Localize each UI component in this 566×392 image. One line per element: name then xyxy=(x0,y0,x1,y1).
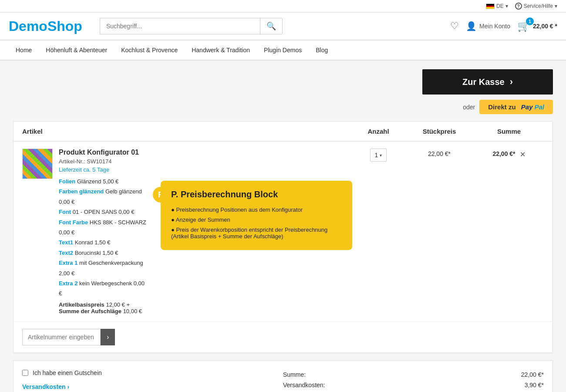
summary-line-summe: Summe: 22,00 €* xyxy=(283,369,544,380)
article-add-button[interactable]: › xyxy=(101,329,115,345)
summe-label: Summe: xyxy=(283,371,306,378)
delivery-time: Lieferzeit ca. 5 Tage xyxy=(59,166,352,173)
cart-item-options: Folien Glänzend 5,00 € Farben glänzend G… xyxy=(59,176,148,299)
lang-chevron-icon: ▾ xyxy=(505,3,508,9)
options-col: Folien Glänzend 5,00 € Farben glänzend G… xyxy=(59,176,148,314)
oder-label: oder xyxy=(463,104,475,111)
help-chevron-icon: ▾ xyxy=(555,3,557,9)
col-anzahl: Anzahl xyxy=(352,128,404,135)
coupon-row: Ich habe einen Gutschein xyxy=(22,369,274,376)
tooltip-container: P P. Preisberechnung Block Preisberechnu… xyxy=(161,181,352,250)
qty-chevron-icon: ▾ xyxy=(380,153,382,158)
summary-left: Ich habe einen Gutschein Versandkosten › xyxy=(22,369,283,392)
paypal-al: Pal xyxy=(534,103,544,111)
cart-item-info: Produkt Konfigurator 01 Artikel-Nr.: SW1… xyxy=(22,149,352,314)
header-actions: ♡ 👤 Mein Konto 🛒 1 22,00 € * xyxy=(450,20,557,32)
help-label: Service/Hilfe xyxy=(524,3,553,9)
versand-label: Versandkosten: xyxy=(283,382,325,389)
cart-add-row: › xyxy=(13,322,553,353)
option-farben: Farben glänzend Gelb glänzend 0,00 € xyxy=(59,186,148,207)
option-font-farbe: Font Farbe HKS 88K - SCHWARZ 0,00 € xyxy=(59,217,148,238)
cart-badge: 1 xyxy=(526,17,534,25)
cart-sum-col: 22,00 €* ✕ xyxy=(474,149,544,159)
option-text1: Text1 Konrad 1,50 € xyxy=(59,237,148,247)
cart-table-header: Artikel Anzahl Stückpreis Summe xyxy=(13,122,553,142)
tooltip-item-2: Anzeige der Summen xyxy=(171,215,342,225)
cart-item-base: Artikelbasispreis 12,00 € + Summe der Au… xyxy=(59,301,148,314)
summary-right: Summe: 22,00 €* Versandkosten: 3,90 €* G… xyxy=(283,369,544,392)
summary-section: Ich habe einen Gutschein Versandkosten ›… xyxy=(13,360,553,392)
tooltip-title: P. Preisberechnung Block xyxy=(171,189,342,199)
checkout-button[interactable]: Zur Kasse › xyxy=(422,69,553,95)
main-content: Zur Kasse › oder Direkt zu PayPal Artike… xyxy=(4,61,562,392)
options-with-tooltip: Folien Glänzend 5,00 € Farben glänzend G… xyxy=(59,176,352,314)
option-font: Font 01 - OPEN SANS 0,00 € xyxy=(59,207,148,217)
logo-demo: Demo xyxy=(9,18,47,34)
cart-price: 22,00 € * xyxy=(533,23,557,30)
col-summe: Summe xyxy=(474,128,544,135)
tooltip-bubble: P. Preisberechnung Block Preisberechnung… xyxy=(161,181,352,250)
article-input-wrap: › xyxy=(22,329,544,345)
cart-button[interactable]: 🛒 1 22,00 € * xyxy=(517,20,557,32)
cart-item-details: Produkt Konfigurator 01 Artikel-Nr.: SW1… xyxy=(59,149,352,314)
tooltip-item-3: Preis der Warenkorbposition entspricht d… xyxy=(171,225,342,241)
shipping-link[interactable]: Versandkosten › xyxy=(22,383,274,390)
tooltip-item-1: Preisberechnung Positionen aus dem Konfi… xyxy=(171,205,342,215)
tooltip-col: P P. Preisberechnung Block Preisberechnu… xyxy=(161,176,352,250)
cart-section: Artikel Anzahl Stückpreis Summe Produkt … xyxy=(13,121,553,353)
checkout-arrow-icon: › xyxy=(510,76,513,88)
top-bar: DE ▾ ? Service/Hilfe ▾ xyxy=(0,0,566,13)
product-sku: Artikel-Nr.: SW10174 xyxy=(59,158,352,165)
qty-value: 1 xyxy=(375,152,378,159)
lang-label: DE xyxy=(496,3,504,9)
versand-value: 3,90 €* xyxy=(525,382,544,389)
cart-unit-price: 22,00 €* xyxy=(404,149,474,157)
paypal-row: oder Direkt zu PayPal xyxy=(463,100,553,114)
qty-selector[interactable]: 1 ▾ xyxy=(370,149,387,162)
summary-grid: Ich habe einen Gutschein Versandkosten ›… xyxy=(22,369,544,392)
cart-sum-price: 22,00 €* xyxy=(492,150,515,157)
paypal-pp: Pay xyxy=(521,103,533,111)
cart-qty: 1 ▾ xyxy=(352,149,404,162)
article-number-input[interactable] xyxy=(22,329,101,345)
summary-line-versand: Versandkosten: 3,90 €* xyxy=(283,380,544,390)
paypal-button[interactable]: Direkt zu PayPal xyxy=(479,100,553,114)
search-button[interactable]: 🔍 xyxy=(260,18,282,34)
logo[interactable]: DemoShop xyxy=(9,18,82,34)
help-link[interactable]: ? Service/Hilfe ▾ xyxy=(515,3,557,10)
help-icon: ? xyxy=(515,3,522,10)
col-artikel: Artikel xyxy=(22,128,352,135)
option-folien: Folien Glänzend 5,00 € xyxy=(59,176,148,186)
product-name: Produkt Konfigurator 01 xyxy=(59,149,352,156)
nav-item-plugin[interactable]: Plugin Demos xyxy=(257,41,309,60)
language-selector[interactable]: DE ▾ xyxy=(486,3,508,9)
shipping-arrow-icon: › xyxy=(67,383,70,390)
coupon-checkbox[interactable] xyxy=(22,370,28,376)
nav-item-home[interactable]: Home xyxy=(9,41,39,60)
nav-item-hoehenluft[interactable]: Höhenluft & Abenteuer xyxy=(39,41,114,60)
paypal-prefix: Direkt zu xyxy=(488,103,515,111)
summe-value: 22,00 €* xyxy=(521,371,544,378)
logo-shop: Shop xyxy=(47,18,82,34)
flag-icon xyxy=(486,3,495,9)
nav-item-handwerk[interactable]: Handwerk & Tradition xyxy=(185,41,257,60)
coupon-label: Ich habe einen Gutschein xyxy=(33,369,102,376)
account-icon: 👤 xyxy=(466,21,477,31)
table-row: Produkt Konfigurator 01 Artikel-Nr.: SW1… xyxy=(13,142,553,322)
option-extra2: Extra 2 kein Werbegeschenk 0,00 € xyxy=(59,278,148,299)
tooltip-list: Preisberechnung Positionen aus dem Konfi… xyxy=(171,205,342,241)
nav-item-kochlust[interactable]: Kochlust & Provence xyxy=(114,41,185,60)
account-button[interactable]: 👤 Mein Konto xyxy=(466,21,510,31)
product-thumbnail xyxy=(22,149,53,179)
remove-button[interactable]: ✕ xyxy=(520,150,526,159)
checkout-top: Zur Kasse › oder Direkt zu PayPal xyxy=(13,69,553,114)
wishlist-button[interactable]: ♡ xyxy=(450,20,459,32)
option-extra1: Extra 1 mit Geschenkverpackung 2,00 € xyxy=(59,258,148,278)
nav-item-blog[interactable]: Blog xyxy=(309,41,335,60)
sku-value: SW10174 xyxy=(87,158,111,165)
cart-icon-wrap: 🛒 1 xyxy=(517,20,530,32)
main-nav: Home Höhenluft & Abenteuer Kochlust & Pr… xyxy=(0,41,566,61)
checkout-label: Zur Kasse xyxy=(462,77,505,87)
search-input[interactable] xyxy=(100,18,260,34)
option-text2: Text2 Borucinski 1,50 € xyxy=(59,248,148,258)
